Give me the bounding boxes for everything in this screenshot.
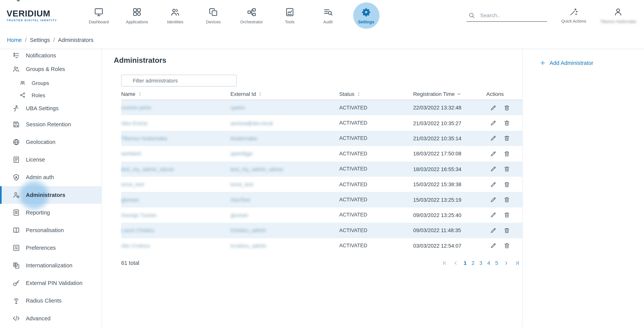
- main-panel: Administrators NameExternal IdStatusRegi…: [102, 49, 523, 328]
- sidebar-item-uba-settings[interactable]: UBA Settings: [0, 101, 102, 116]
- pagination-prev[interactable]: [450, 259, 461, 267]
- nav-item-identities[interactable]: Identities: [156, 0, 194, 30]
- delete-button[interactable]: [503, 211, 510, 219]
- column-header-registration-time[interactable]: Registration Time: [413, 91, 486, 97]
- search-input[interactable]: [479, 12, 542, 18]
- sidebar-item-notifications[interactable]: Notifications: [0, 49, 102, 61]
- pagination-next[interactable]: [501, 259, 511, 267]
- edit-button[interactable]: [490, 242, 497, 250]
- nav-item-settings[interactable]: Settings: [347, 0, 385, 30]
- sidebar-item-label: Groups & Roles: [26, 66, 65, 72]
- table-row[interactable]: Laura Chelarulchelaru_adminACTIVATED09/0…: [121, 223, 522, 238]
- sidebar-item-internationalization[interactable]: Internationalization: [0, 257, 102, 274]
- sidebar-item-reporting[interactable]: Reporting: [0, 204, 102, 221]
- column-header-name[interactable]: Name: [121, 91, 230, 97]
- pagination-last[interactable]: [512, 259, 522, 267]
- pagination-page-3[interactable]: 3: [478, 259, 484, 267]
- delete-button[interactable]: [503, 181, 510, 188]
- nav-item-audit[interactable]: Audit: [309, 0, 347, 30]
- nav-item-devices[interactable]: Devices: [194, 0, 232, 30]
- sidebar-item-label: License: [26, 157, 45, 163]
- filter-input[interactable]: [121, 75, 236, 87]
- table-row[interactable]: ionut_testionut_testACTIVATED15/03/2022 …: [121, 177, 522, 192]
- pagination-page-5[interactable]: 5: [493, 259, 500, 267]
- pagination-page-4[interactable]: 4: [485, 259, 492, 267]
- sidebar-item-personalisation[interactable]: Personalisation: [0, 221, 102, 239]
- add-administrator-button[interactable]: Add Administrator: [540, 60, 644, 66]
- roles-icon: [19, 92, 26, 98]
- top-nav: DashboardApplicationsIdentitiesDevicesOr…: [80, 0, 385, 30]
- nav-item-tools[interactable]: Tools: [271, 0, 309, 30]
- sidebar-item-radius-clients[interactable]: Radius Clients: [0, 292, 102, 310]
- delete-button[interactable]: [503, 135, 510, 142]
- sidebar-item-advanced[interactable]: Advanced: [0, 310, 102, 327]
- sidebar-item-license[interactable]: License: [0, 151, 102, 168]
- cell-status: ACTIVATED: [339, 166, 413, 172]
- edit-button[interactable]: [490, 135, 497, 142]
- sidebar-item-admin-auth[interactable]: Admin auth: [0, 168, 102, 186]
- nav-item-orchestrator[interactable]: Orchestrator: [232, 0, 271, 30]
- cell-actions: [486, 227, 522, 234]
- geolocation-icon: [12, 138, 20, 146]
- table-row[interactable]: Alex Eniciaaenicia@dev.localACTIVATED21/…: [121, 115, 522, 131]
- table-row[interactable]: test_my_admin_adusetest_my_admin_aduseAC…: [121, 161, 522, 177]
- pagination-page-1[interactable]: 1: [462, 259, 469, 267]
- edit-button[interactable]: [490, 196, 497, 203]
- edit-button[interactable]: [490, 150, 497, 158]
- nav-item-dashboard[interactable]: Dashboard: [80, 0, 118, 30]
- sidebar-item-preferences[interactable]: Preferences: [0, 239, 102, 257]
- sidebar-item-label: Roles: [32, 92, 45, 98]
- sort-both-icon: [258, 91, 263, 97]
- delete-button[interactable]: [503, 242, 510, 250]
- breadcrumb-home[interactable]: Home: [7, 37, 22, 43]
- pagination-page-2[interactable]: 2: [470, 259, 476, 267]
- edit-button[interactable]: [490, 104, 497, 112]
- column-header-actions: Actions: [486, 91, 522, 97]
- edit-icon: [490, 196, 496, 203]
- cell-external-id: test_my_admin_aduse: [230, 166, 339, 172]
- table-row[interactable]: gtureanGeoTestACTIVATED15/03/2022 13:25:…: [121, 192, 522, 207]
- edit-button[interactable]: [490, 119, 497, 127]
- brand-logo[interactable]: VERIDIUM TRUSTED DIGITAL IDENTITY: [6, 9, 68, 22]
- cell-registration-time: 18/03/2022 17:50:08: [413, 151, 486, 157]
- cell-actions: [486, 150, 522, 158]
- page-first-icon: [442, 260, 448, 266]
- profile-menu[interactable]: Tiberius Hodornaba: [600, 0, 636, 30]
- sidebar-item-groups-roles[interactable]: Groups & Roles: [0, 61, 102, 76]
- trash-icon: [504, 135, 510, 142]
- delete-button[interactable]: [503, 227, 510, 234]
- sidebar-item-geolocation[interactable]: Geolocation: [0, 133, 102, 151]
- sidebar-item-external-pin-validation[interactable]: External PIN Validation: [0, 274, 102, 292]
- delete-button[interactable]: [503, 119, 510, 127]
- nav-item-applications[interactable]: Applications: [118, 0, 156, 30]
- table-row[interactable]: George TureangtureanACTIVATED09/03/2022 …: [121, 207, 522, 223]
- column-label: Name: [121, 91, 135, 97]
- delete-button[interactable]: [503, 196, 510, 203]
- table-row[interactable]: Alin Croitorulcroitoru_adminACTIVATED03/…: [121, 238, 522, 253]
- delete-button[interactable]: [503, 165, 510, 173]
- table-row[interactable]: cosmin petrecpetreACTIVATED22/03/2022 13…: [121, 100, 522, 115]
- sidebar-item-session-retention[interactable]: Session Retention: [0, 116, 102, 133]
- nav-item-label: Applications: [126, 19, 148, 24]
- delete-button[interactable]: [503, 150, 510, 158]
- table-row[interactable]: wertwertqwertkjgsACTIVATED18/03/2022 17:…: [121, 146, 522, 161]
- edit-button[interactable]: [490, 227, 497, 234]
- quick-actions-button[interactable]: Quick Actions: [556, 0, 591, 30]
- nav-item-label: Audit: [323, 19, 333, 24]
- cell-name: Alex Enicia: [121, 120, 230, 126]
- column-header-external-id[interactable]: External Id: [230, 91, 339, 97]
- sidebar-item-label: UBA Settings: [26, 105, 58, 111]
- sidebar-item-groups[interactable]: Groups: [0, 76, 102, 90]
- pagination-first[interactable]: [439, 259, 450, 267]
- column-header-status[interactable]: Status: [339, 91, 413, 97]
- edit-button[interactable]: [490, 181, 497, 188]
- nav-item-label: Orchestrator: [240, 19, 263, 24]
- edit-button[interactable]: [490, 165, 497, 173]
- edit-button[interactable]: [490, 211, 497, 219]
- table-row[interactable]: Tiberius HodornabathodornabaACTIVATED21/…: [121, 131, 522, 146]
- sidebar-item-administrators[interactable]: Administrators: [0, 186, 102, 204]
- wand-icon: [569, 7, 578, 16]
- delete-button[interactable]: [503, 104, 510, 112]
- sidebar-item-roles[interactable]: Roles: [0, 89, 102, 101]
- uba-icon: [12, 104, 20, 112]
